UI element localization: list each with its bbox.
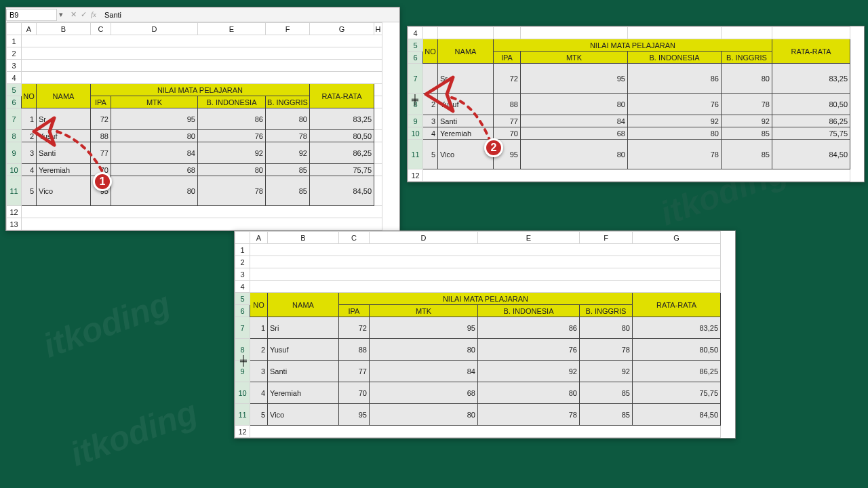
cell[interactable]: 84: [111, 142, 198, 164]
cell[interactable]: 88: [339, 339, 370, 361]
cell[interactable]: 76: [628, 94, 722, 115]
cell[interactable]: 76: [198, 130, 266, 142]
row-header[interactable]: 5: [235, 293, 250, 305]
header-ipa[interactable]: IPA: [494, 52, 521, 64]
cell[interactable]: 68: [370, 382, 478, 404]
col-header-D[interactable]: D: [111, 23, 198, 35]
cell[interactable]: 92: [198, 142, 266, 164]
cell[interactable]: 85: [722, 127, 772, 140]
row-header[interactable]: 1: [7, 35, 22, 47]
row-header[interactable]: 4: [408, 27, 423, 39]
cell[interactable]: 86: [198, 108, 266, 130]
cell[interactable]: 78: [722, 94, 772, 115]
cell[interactable]: 85: [580, 404, 633, 426]
row-header[interactable]: 9: [408, 115, 423, 127]
cell[interactable]: 4: [250, 382, 268, 404]
fx-icon[interactable]: fx: [91, 10, 96, 19]
header-bindo[interactable]: B. INDONESIA: [478, 305, 580, 317]
cell[interactable]: 80: [111, 176, 198, 206]
header-nama[interactable]: NAMA: [268, 293, 339, 317]
cell[interactable]: 92: [628, 115, 722, 127]
header-no[interactable]: NO: [22, 84, 37, 108]
header-mtk[interactable]: MTK: [370, 305, 478, 317]
cell[interactable]: 76: [478, 339, 580, 361]
header-rata[interactable]: RATA-RATA: [772, 39, 850, 64]
cell[interactable]: 86,25: [772, 115, 850, 127]
cell[interactable]: 78: [266, 130, 310, 142]
row-header[interactable]: 7: [7, 108, 22, 130]
cell[interactable]: 80,50: [772, 94, 850, 115]
row-header[interactable]: 4: [7, 72, 22, 84]
cell[interactable]: 84: [521, 115, 628, 127]
col-header-E[interactable]: E: [198, 23, 266, 35]
cell[interactable]: 80,50: [633, 339, 721, 361]
header-rata[interactable]: RATA-RATA: [310, 84, 374, 108]
header-no[interactable]: NO: [250, 293, 268, 317]
name-box[interactable]: B9: [6, 9, 57, 21]
cell[interactable]: 84,50: [772, 140, 850, 169]
header-ipa[interactable]: IPA: [91, 96, 111, 108]
header-nama[interactable]: NAMA: [438, 39, 494, 64]
spreadsheet-grid[interactable]: A B C D E F G 1 2 3 4 5 NO NAMA NILAI MA…: [235, 231, 721, 438]
col-header-B[interactable]: B: [37, 23, 91, 35]
cell[interactable]: 85: [266, 164, 310, 176]
cell[interactable]: 84,50: [310, 176, 374, 206]
header-bindo[interactable]: B. INDONESIA: [628, 52, 722, 64]
cell[interactable]: 80: [370, 339, 478, 361]
cell[interactable]: 77: [339, 361, 370, 382]
cell[interactable]: 4: [423, 127, 438, 140]
row-header[interactable]: 11: [408, 140, 423, 169]
row-header[interactable]: 3: [235, 268, 250, 281]
header-bing[interactable]: B. INGGRIS: [722, 52, 772, 64]
col-header-F[interactable]: F: [266, 23, 310, 35]
cell[interactable]: 78: [580, 339, 633, 361]
cell[interactable]: 78: [628, 140, 722, 169]
row-header[interactable]: 11: [235, 404, 250, 426]
header-bing[interactable]: B. INGGRIS: [266, 96, 310, 108]
cell[interactable]: 75,75: [310, 164, 374, 176]
cell[interactable]: 1: [250, 317, 268, 339]
header-bing[interactable]: B. INGGRIS: [580, 305, 633, 317]
cell[interactable]: 95: [370, 317, 478, 339]
header-group[interactable]: NILAI MATA PELAJARAN: [494, 39, 772, 52]
cell[interactable]: 92: [478, 361, 580, 382]
row-header[interactable]: 12: [235, 426, 250, 438]
cell[interactable]: 86: [628, 64, 722, 94]
cell[interactable]: 80: [111, 130, 198, 142]
cell[interactable]: 80: [266, 108, 310, 130]
header-group[interactable]: NILAI MATA PELAJARAN: [339, 293, 633, 305]
cell[interactable]: 72: [494, 64, 521, 94]
cell[interactable]: 80,50: [310, 130, 374, 142]
cell[interactable]: 72: [91, 108, 111, 130]
select-all-corner[interactable]: [235, 232, 250, 244]
header-no[interactable]: NO: [423, 39, 438, 64]
cell[interactable]: 86,25: [633, 361, 721, 382]
cell[interactable]: Sri: [268, 317, 339, 339]
cell[interactable]: 84: [370, 361, 478, 382]
cell[interactable]: 80: [521, 94, 628, 115]
header-bindo[interactable]: B. INDONESIA: [198, 96, 266, 108]
cancel-icon[interactable]: ✕: [71, 10, 77, 19]
cell[interactable]: 92: [580, 361, 633, 382]
header-ipa[interactable]: IPA: [339, 305, 370, 317]
header-mtk[interactable]: MTK: [521, 52, 628, 64]
row-header[interactable]: 3: [7, 60, 22, 72]
cell[interactable]: 4: [22, 164, 37, 176]
row-header[interactable]: 10: [235, 382, 250, 404]
cell[interactable]: Vico: [268, 404, 339, 426]
cell[interactable]: 68: [111, 164, 198, 176]
accept-icon[interactable]: ✓: [81, 10, 87, 19]
cell[interactable]: 83,25: [772, 64, 850, 94]
cell[interactable]: 3: [423, 115, 438, 127]
col-header-A[interactable]: A: [22, 23, 37, 35]
row-header[interactable]: 12: [7, 206, 22, 218]
cell[interactable]: 68: [521, 127, 628, 140]
cell[interactable]: 83,25: [310, 108, 374, 130]
row-header[interactable]: 6: [408, 52, 423, 64]
select-all-corner[interactable]: [7, 23, 22, 35]
cell[interactable]: 5: [423, 140, 438, 169]
col-header[interactable]: E: [478, 232, 580, 244]
cell[interactable]: 78: [198, 176, 266, 206]
cell[interactable]: 95: [521, 64, 628, 94]
cell[interactable]: 80: [722, 64, 772, 94]
